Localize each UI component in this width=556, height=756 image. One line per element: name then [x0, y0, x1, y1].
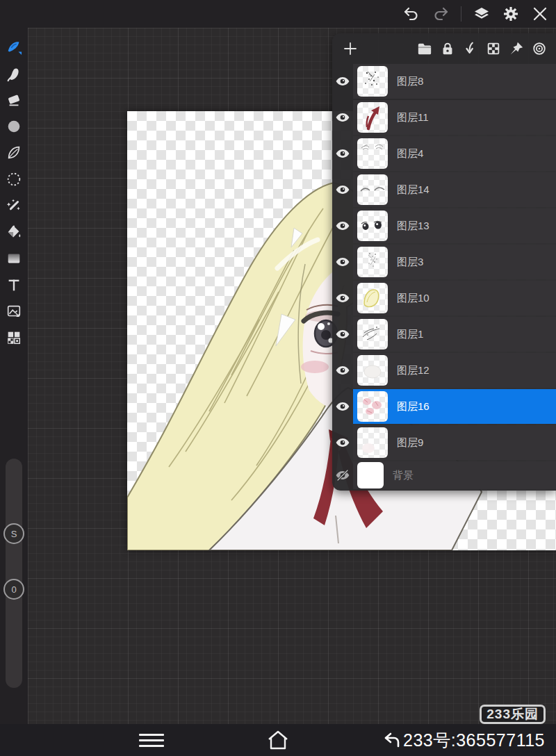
visibility-eye-icon[interactable] [332, 317, 353, 352]
layer-list: 图层8 图层11 图层4 [332, 64, 556, 491]
fill-bucket-tool-icon[interactable] [5, 224, 23, 240]
layer-name: 图层11 [397, 111, 429, 124]
layers-panel: 图层8 图层11 图层4 [332, 33, 556, 491]
background-layer-row[interactable]: 背景 [332, 461, 556, 491]
transparency-checker-icon[interactable] [485, 40, 502, 57]
layer-thumbnail[interactable] [357, 391, 388, 422]
account-info[interactable]: 233号:365577115 [382, 724, 545, 756]
brush-tool-icon[interactable] [5, 39, 23, 56]
visibility-eye-icon[interactable] [332, 353, 353, 388]
tool-palette [0, 39, 28, 346]
layer-thumbnail[interactable] [357, 138, 388, 169]
bottom-nav-bar: 233号:365577115 [0, 724, 556, 756]
layers-panel-header [332, 33, 556, 64]
layer-row[interactable]: 图层11 [332, 100, 556, 136]
visibility-eye-off-icon[interactable] [332, 461, 353, 489]
redo-icon[interactable] [432, 5, 450, 23]
visibility-eye-icon[interactable] [332, 281, 353, 315]
add-layer-icon[interactable] [342, 40, 359, 57]
pattern-grid-tool-icon[interactable] [5, 329, 23, 346]
close-icon[interactable] [531, 5, 549, 23]
topbar-divider [461, 6, 461, 22]
layer-name: 图层9 [397, 436, 423, 450]
layer-row[interactable]: 图层4 [332, 136, 556, 172]
lock-icon[interactable] [439, 40, 456, 57]
opacity-slider-button[interactable]: 0 [3, 579, 24, 600]
smudge-tool-icon[interactable] [5, 65, 23, 82]
account-id-text: 233号:365577115 [403, 729, 545, 752]
layer-thumbnail[interactable] [357, 462, 384, 488]
layer-name: 图层14 [397, 183, 430, 197]
settings-gear-icon[interactable] [502, 5, 520, 23]
folder-icon[interactable] [416, 40, 433, 57]
layer-name: 图层3 [397, 256, 423, 269]
layer-thumbnail[interactable] [357, 174, 388, 205]
layer-thumbnail[interactable] [357, 102, 388, 133]
lasso-select-tool-icon[interactable] [5, 171, 23, 188]
visibility-eye-icon[interactable] [332, 425, 353, 460]
text-tool-icon[interactable] [5, 277, 23, 293]
visibility-eye-icon[interactable] [332, 172, 353, 207]
opacity-slider-label: 0 [11, 584, 16, 595]
visibility-eye-icon[interactable] [332, 208, 353, 243]
visibility-eye-icon[interactable] [332, 100, 353, 135]
layers-panel-icon[interactable] [473, 5, 491, 23]
menu-icon[interactable] [139, 730, 164, 750]
layer-thumbnail[interactable] [357, 247, 388, 277]
visibility-eye-icon[interactable] [332, 245, 353, 279]
layer-thumbnail[interactable] [357, 283, 388, 313]
leaf-brush-tool-icon[interactable] [5, 145, 23, 161]
layer-name: 图层1 [397, 328, 423, 341]
layer-row[interactable]: 图层9 [332, 425, 556, 461]
pin-icon[interactable] [508, 40, 525, 57]
blush [301, 361, 329, 373]
watermark-badge: 233乐园 [480, 705, 546, 724]
layer-row[interactable]: 图层10 [332, 281, 556, 317]
layer-row[interactable]: 图层1 [332, 317, 556, 353]
eraser-tool-icon[interactable] [5, 92, 23, 108]
magic-wand-tool-icon[interactable] [5, 197, 23, 214]
layer-thumbnail[interactable] [357, 427, 388, 458]
visibility-eye-icon[interactable] [332, 136, 353, 171]
layer-name: 图层16 [397, 400, 430, 413]
size-slider-label: S [11, 529, 17, 539]
layer-row[interactable]: 图层3 [332, 245, 556, 281]
size-slider-button[interactable]: S [3, 523, 24, 544]
layer-thumbnail[interactable] [357, 319, 388, 350]
layer-row[interactable]: 图层13 [332, 208, 556, 245]
shape-circle-tool-icon[interactable] [5, 118, 23, 135]
undo-icon[interactable] [402, 5, 420, 23]
layer-name: 图层10 [397, 292, 430, 305]
layer-thumbnail[interactable] [357, 66, 388, 97]
layer-name: 图层8 [397, 75, 423, 88]
visibility-eye-icon[interactable] [332, 389, 353, 424]
import-icon[interactable] [462, 40, 479, 57]
topbar-actions [402, 3, 549, 25]
home-icon[interactable] [266, 730, 290, 750]
layer-name: 背景 [393, 469, 414, 482]
layer-row[interactable]: 图层12 [332, 353, 556, 389]
layer-thumbnail[interactable] [357, 355, 388, 386]
visibility-eye-icon[interactable] [332, 64, 353, 99]
import-image-tool-icon[interactable] [5, 303, 23, 320]
layer-name: 图层12 [397, 364, 430, 377]
brush-slider-rail[interactable] [6, 459, 22, 688]
layer-row[interactable]: 图层8 [332, 64, 556, 100]
layer-name: 图层13 [397, 220, 430, 233]
back-arrow-icon [382, 730, 402, 750]
layer-row-selected[interactable]: 图层16 [332, 389, 556, 425]
target-icon[interactable] [531, 40, 548, 57]
layer-thumbnail[interactable] [357, 211, 388, 241]
layer-row[interactable]: 图层14 [332, 172, 556, 208]
gradient-tool-icon[interactable] [5, 250, 23, 267]
layer-name: 图层4 [397, 147, 423, 161]
